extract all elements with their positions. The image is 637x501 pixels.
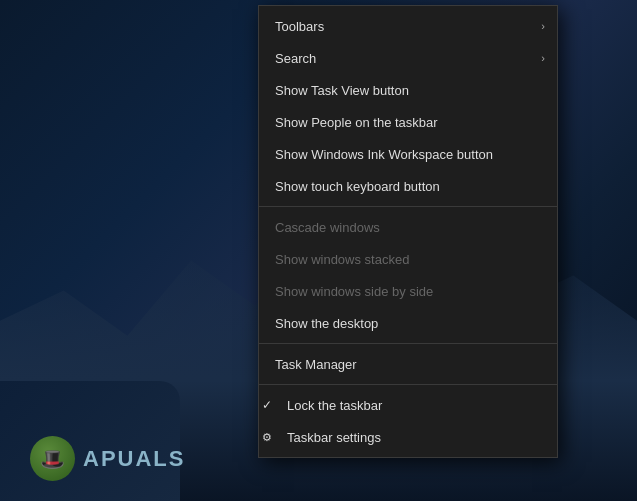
menu-item-label-search: Search — [275, 51, 541, 66]
submenu-arrow-icon: › — [541, 20, 545, 32]
menu-item-show-desktop[interactable]: Show the desktop — [259, 307, 557, 339]
menu-item-label-taskbar-settings: Taskbar settings — [287, 430, 541, 445]
menu-item-show-stacked: Show windows stacked — [259, 243, 557, 275]
menu-item-show-touch-keyboard[interactable]: Show touch keyboard button — [259, 170, 557, 202]
menu-item-show-people[interactable]: Show People on the taskbar — [259, 106, 557, 138]
menu-item-show-task-view[interactable]: Show Task View button — [259, 74, 557, 106]
menu-item-show-ink[interactable]: Show Windows Ink Workspace button — [259, 138, 557, 170]
menu-separator — [259, 384, 557, 385]
menu-item-label-show-ink: Show Windows Ink Workspace button — [275, 147, 541, 162]
check-icon: ✓ — [259, 398, 275, 412]
menu-item-lock-taskbar[interactable]: ✓Lock the taskbar — [259, 389, 557, 421]
menu-separator — [259, 343, 557, 344]
gear-icon: ⚙ — [259, 431, 275, 444]
logo-text: APUALS — [83, 446, 185, 472]
context-menu: Toolbars›Search›Show Task View buttonSho… — [258, 5, 558, 458]
menu-item-label-lock-taskbar: Lock the taskbar — [287, 398, 541, 413]
menu-item-toolbars[interactable]: Toolbars› — [259, 10, 557, 42]
menu-item-label-show-side-by-side: Show windows side by side — [275, 284, 541, 299]
submenu-arrow-icon: › — [541, 52, 545, 64]
menu-item-task-manager[interactable]: Task Manager — [259, 348, 557, 380]
menu-item-search[interactable]: Search› — [259, 42, 557, 74]
menu-item-label-toolbars: Toolbars — [275, 19, 541, 34]
menu-item-show-side-by-side: Show windows side by side — [259, 275, 557, 307]
menu-item-label-show-stacked: Show windows stacked — [275, 252, 541, 267]
menu-item-label-show-touch-keyboard: Show touch keyboard button — [275, 179, 541, 194]
logo-area: 🎩 APUALS — [30, 436, 185, 481]
menu-separator — [259, 206, 557, 207]
menu-item-label-show-people: Show People on the taskbar — [275, 115, 541, 130]
menu-item-label-show-desktop: Show the desktop — [275, 316, 541, 331]
menu-item-label-show-task-view: Show Task View button — [275, 83, 541, 98]
menu-item-label-cascade-windows: Cascade windows — [275, 220, 541, 235]
menu-item-label-task-manager: Task Manager — [275, 357, 541, 372]
logo-icon: 🎩 — [30, 436, 75, 481]
menu-item-cascade-windows: Cascade windows — [259, 211, 557, 243]
menu-item-taskbar-settings[interactable]: ⚙Taskbar settings — [259, 421, 557, 453]
